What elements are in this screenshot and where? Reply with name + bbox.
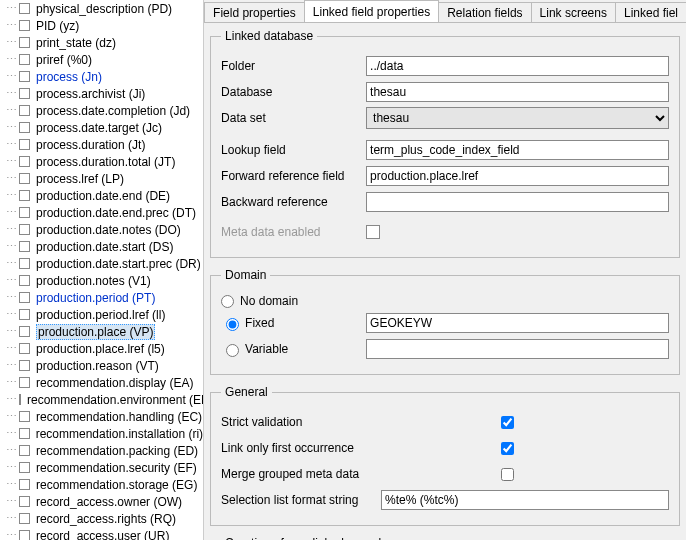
tree-item-label: recommendation.environment (EB) bbox=[27, 393, 204, 407]
tree-item-label: production.reason (VT) bbox=[36, 359, 159, 373]
tree-item[interactable]: ⋯print_state (dz) bbox=[0, 34, 203, 51]
tree-item[interactable]: ⋯production.date.start.prec (DR) bbox=[0, 255, 203, 272]
dataset-select[interactable]: thesau bbox=[366, 107, 669, 129]
tree-item-label: recommendation.display (EA) bbox=[36, 376, 193, 390]
tree-expand-icon: ⋯ bbox=[6, 444, 17, 457]
tree-item[interactable]: ⋯production.date.end.prec (DT) bbox=[0, 204, 203, 221]
meta-enabled-label: Meta data enabled bbox=[221, 225, 366, 239]
tree-item-label: recommendation.installation (ri) bbox=[36, 427, 203, 441]
strict-validation-checkbox[interactable] bbox=[501, 416, 514, 429]
tree-expand-icon: ⋯ bbox=[6, 529, 17, 540]
tab[interactable]: Linked field properties bbox=[304, 0, 439, 22]
backward-ref-input[interactable] bbox=[366, 192, 669, 212]
field-icon bbox=[19, 139, 30, 150]
field-icon bbox=[19, 479, 30, 490]
strict-validation-label: Strict validation bbox=[221, 415, 501, 429]
tab[interactable]: Relation fields bbox=[438, 2, 531, 22]
tree-item[interactable]: ⋯priref (%0) bbox=[0, 51, 203, 68]
field-icon bbox=[19, 292, 30, 303]
field-icon bbox=[19, 54, 30, 65]
no-domain-radio[interactable] bbox=[221, 295, 234, 308]
tree-item[interactable]: ⋯process.duration.total (JT) bbox=[0, 153, 203, 170]
folder-input[interactable] bbox=[366, 56, 669, 76]
tree-item[interactable]: ⋯production.period (PT) bbox=[0, 289, 203, 306]
tab-strip: Field propertiesLinked field propertiesR… bbox=[204, 0, 686, 23]
tree-item[interactable]: ⋯recommendation.environment (EB) bbox=[0, 391, 203, 408]
tree-item-label: production.date.start (DS) bbox=[36, 240, 173, 254]
field-icon bbox=[19, 530, 30, 540]
tree-item-label: process.duration.total (JT) bbox=[36, 155, 175, 169]
tree-item[interactable]: ⋯recommendation.storage (EG) bbox=[0, 476, 203, 493]
tree-item[interactable]: ⋯recommendation.installation (ri) bbox=[0, 425, 203, 442]
tree-item[interactable]: ⋯recommendation.handling (EC) bbox=[0, 408, 203, 425]
fixed-label: Fixed bbox=[245, 316, 274, 330]
field-icon bbox=[19, 496, 30, 507]
forward-ref-input[interactable] bbox=[366, 166, 669, 186]
tree-expand-icon: ⋯ bbox=[6, 189, 17, 202]
tree-item[interactable]: ⋯recommendation.packing (ED) bbox=[0, 442, 203, 459]
tab[interactable]: Link screens bbox=[531, 2, 616, 22]
tree-item-label: priref (%0) bbox=[36, 53, 92, 67]
variable-input[interactable] bbox=[366, 339, 669, 359]
tree-item[interactable]: ⋯production.date.end (DE) bbox=[0, 187, 203, 204]
lookup-label: Lookup field bbox=[221, 143, 366, 157]
field-icon bbox=[19, 377, 30, 388]
tree-item[interactable]: ⋯process.duration (Jt) bbox=[0, 136, 203, 153]
merge-meta-checkbox[interactable] bbox=[501, 468, 514, 481]
tree-item-label: recommendation.storage (EG) bbox=[36, 478, 197, 492]
tree-item[interactable]: ⋯production.date.notes (DO) bbox=[0, 221, 203, 238]
field-icon bbox=[19, 105, 30, 116]
domain-legend: Domain bbox=[221, 268, 270, 282]
database-input[interactable] bbox=[366, 82, 669, 102]
tree-item-label: production.period.lref (ll) bbox=[36, 308, 165, 322]
field-icon bbox=[19, 462, 30, 473]
sel-format-input[interactable] bbox=[381, 490, 669, 510]
tree-expand-icon: ⋯ bbox=[6, 393, 17, 406]
tree-item[interactable]: ⋯recommendation.display (EA) bbox=[0, 374, 203, 391]
tab[interactable]: Field properties bbox=[204, 2, 305, 22]
tree-item[interactable]: ⋯recommendation.security (EF) bbox=[0, 459, 203, 476]
tree-item-label: production.notes (V1) bbox=[36, 274, 151, 288]
tree-item[interactable]: ⋯process.archivist (Ji) bbox=[0, 85, 203, 102]
field-tree[interactable]: ⋯physical_description (PD)⋯PID (yz)⋯prin… bbox=[0, 0, 204, 540]
variable-radio[interactable] bbox=[226, 344, 239, 357]
tree-item[interactable]: ⋯process.date.target (Jc) bbox=[0, 119, 203, 136]
tree-expand-icon: ⋯ bbox=[6, 19, 17, 32]
lookup-input[interactable] bbox=[366, 140, 669, 160]
tree-item-label: recommendation.security (EF) bbox=[36, 461, 197, 475]
tree-item[interactable]: ⋯production.place (VP) bbox=[0, 323, 203, 340]
tree-item[interactable]: ⋯process.date.completion (Jd) bbox=[0, 102, 203, 119]
tree-item[interactable]: ⋯production.period.lref (ll) bbox=[0, 306, 203, 323]
tree-item-label: recommendation.packing (ED) bbox=[36, 444, 198, 458]
no-domain-label: No domain bbox=[240, 294, 298, 308]
field-icon bbox=[19, 326, 30, 337]
link-first-checkbox[interactable] bbox=[501, 442, 514, 455]
tree-item[interactable]: ⋯PID (yz) bbox=[0, 17, 203, 34]
tree-item[interactable]: ⋯process.lref (LP) bbox=[0, 170, 203, 187]
field-icon bbox=[19, 241, 30, 252]
fixed-input[interactable] bbox=[366, 313, 669, 333]
database-label: Database bbox=[221, 85, 366, 99]
tree-expand-icon: ⋯ bbox=[6, 512, 17, 525]
tree-item[interactable]: ⋯production.reason (VT) bbox=[0, 357, 203, 374]
tree-expand-icon: ⋯ bbox=[6, 87, 17, 100]
tree-item[interactable]: ⋯physical_description (PD) bbox=[0, 0, 203, 17]
field-icon bbox=[19, 258, 30, 269]
fixed-radio[interactable] bbox=[226, 318, 239, 331]
tree-item[interactable]: ⋯record_access.user (UR) bbox=[0, 527, 203, 540]
field-icon bbox=[19, 360, 30, 371]
tree-item[interactable]: ⋯record_access.owner (OW) bbox=[0, 493, 203, 510]
tree-item-label: production.date.start.prec (DR) bbox=[36, 257, 201, 271]
tab[interactable]: Linked fiel bbox=[615, 2, 686, 22]
domain-group: Domain No domain Fixed Variable bbox=[210, 268, 680, 375]
tree-item-label: process.lref (LP) bbox=[36, 172, 124, 186]
tree-expand-icon: ⋯ bbox=[6, 2, 17, 15]
tree-item[interactable]: ⋯production.place.lref (l5) bbox=[0, 340, 203, 357]
tree-item[interactable]: ⋯production.date.start (DS) bbox=[0, 238, 203, 255]
tree-item[interactable]: ⋯record_access.rights (RQ) bbox=[0, 510, 203, 527]
tree-item[interactable]: ⋯production.notes (V1) bbox=[0, 272, 203, 289]
tree-item[interactable]: ⋯process (Jn) bbox=[0, 68, 203, 85]
field-icon bbox=[19, 20, 30, 31]
tree-expand-icon: ⋯ bbox=[6, 223, 17, 236]
tree-item-label: physical_description (PD) bbox=[36, 2, 172, 16]
